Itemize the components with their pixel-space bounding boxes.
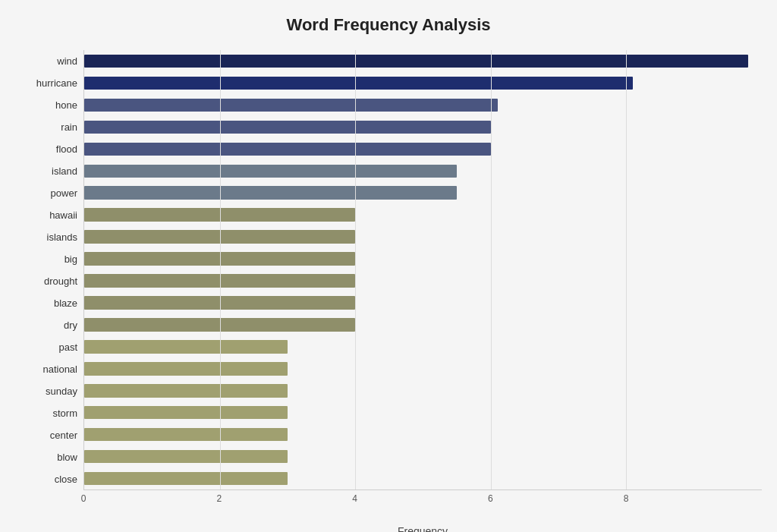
bar-sunday bbox=[84, 384, 288, 397]
bar-row bbox=[84, 270, 762, 292]
y-label: national bbox=[42, 358, 77, 380]
bar-power bbox=[84, 186, 457, 199]
x-tick: 4 bbox=[352, 493, 357, 504]
bar-row bbox=[84, 357, 762, 379]
bar-rain bbox=[84, 121, 491, 134]
x-tick: 6 bbox=[488, 493, 493, 504]
bar-drought bbox=[84, 274, 355, 287]
bar-row bbox=[84, 467, 762, 490]
bar-row bbox=[84, 291, 762, 313]
y-label: storm bbox=[53, 402, 78, 424]
y-label: close bbox=[55, 468, 77, 490]
bar-past bbox=[84, 340, 288, 353]
y-label: sunday bbox=[46, 380, 77, 402]
y-label: wind bbox=[57, 50, 77, 72]
bar-center bbox=[84, 428, 288, 441]
bar-hawaii bbox=[84, 208, 355, 221]
bar-row bbox=[84, 248, 762, 270]
bar-row bbox=[84, 72, 762, 94]
bar-row bbox=[84, 445, 762, 467]
y-label: rain bbox=[61, 116, 77, 138]
bar-national bbox=[84, 362, 288, 375]
y-label: past bbox=[58, 336, 77, 358]
bar-row bbox=[84, 335, 762, 357]
y-label: islands bbox=[47, 226, 77, 248]
x-tick: 2 bbox=[216, 493, 222, 504]
bar-row bbox=[84, 204, 762, 226]
bar-storm bbox=[84, 406, 288, 419]
x-axis-label: Frequency bbox=[83, 525, 762, 532]
bar-big bbox=[84, 252, 355, 265]
bar-row bbox=[84, 50, 762, 72]
bar-row bbox=[84, 313, 762, 335]
x-tick: 8 bbox=[624, 493, 629, 504]
bar-row bbox=[84, 401, 762, 423]
bar-blaze bbox=[84, 296, 355, 309]
y-label: big bbox=[64, 248, 77, 270]
bar-row bbox=[84, 379, 762, 401]
y-label: power bbox=[51, 182, 77, 204]
bar-flood bbox=[84, 143, 491, 156]
bar-wind bbox=[84, 55, 748, 68]
bar-dry bbox=[84, 318, 355, 331]
bar-islands bbox=[84, 230, 355, 243]
bar-row bbox=[84, 116, 762, 138]
chart-area: windhurricanehonerainfloodislandpowerhaw… bbox=[15, 50, 762, 490]
bar-row bbox=[84, 423, 762, 445]
y-axis: windhurricanehonerainfloodislandpowerhaw… bbox=[15, 50, 83, 490]
bar-row bbox=[84, 182, 762, 204]
bar-hone bbox=[84, 99, 498, 112]
y-label: hone bbox=[55, 94, 77, 116]
bar-blow bbox=[84, 450, 288, 463]
y-label: flood bbox=[56, 138, 77, 160]
y-label: hurricane bbox=[36, 72, 77, 94]
x-axis: 02468 bbox=[83, 493, 762, 508]
chart-container: Word Frequency Analysis windhurricanehon… bbox=[0, 0, 777, 532]
y-label: center bbox=[50, 424, 77, 446]
bars-area bbox=[83, 50, 762, 490]
bar-row bbox=[84, 138, 762, 160]
y-label: blaze bbox=[54, 292, 77, 314]
y-label: island bbox=[52, 160, 77, 182]
y-label: hawaii bbox=[49, 204, 77, 226]
bar-row bbox=[84, 94, 762, 116]
bar-island bbox=[84, 165, 457, 178]
bar-hurricane bbox=[84, 77, 633, 90]
bar-close bbox=[84, 472, 288, 485]
x-tick: 0 bbox=[81, 493, 87, 504]
y-label: drought bbox=[44, 270, 77, 292]
y-label: dry bbox=[64, 314, 77, 336]
y-label: blow bbox=[57, 446, 77, 468]
chart-title: Word Frequency Analysis bbox=[15, 15, 762, 35]
bar-row bbox=[84, 160, 762, 182]
bar-row bbox=[84, 226, 762, 248]
